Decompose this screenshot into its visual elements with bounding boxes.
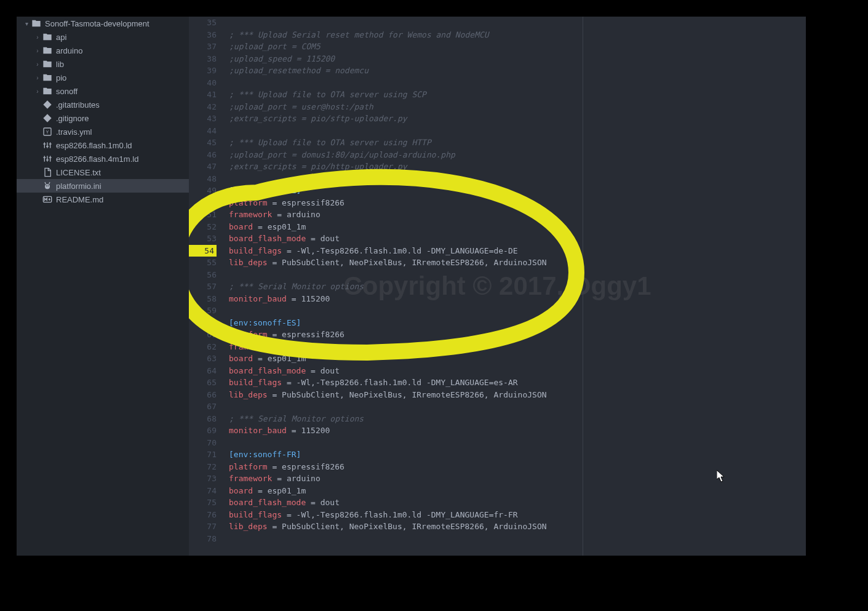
code-line[interactable]: monitor_baud = 115200: [229, 425, 806, 437]
tree-item-label: pio: [56, 73, 66, 82]
tree-file[interactable]: .gitignore: [17, 111, 189, 125]
code-line[interactable]: board = esp01_1m: [229, 221, 806, 233]
code-line[interactable]: ; *** Upload Serial reset method for Wem…: [229, 29, 806, 41]
folder-icon: [42, 59, 52, 69]
tree-file[interactable]: esp8266.flash.4m1m.ld: [17, 152, 189, 166]
ide-window: ▾ Sonoff-Tasmota-development ›api›arduin…: [17, 17, 806, 556]
code-line[interactable]: board_flash_mode = dout: [229, 365, 806, 377]
code-line[interactable]: ; *** Upload file to OTA server using HT…: [229, 137, 806, 149]
tree-item-label: esp8266.flash.4m1m.ld: [56, 154, 138, 164]
minimap[interactable]: [751, 17, 806, 556]
code-line[interactable]: [env:sonoff-ES]: [229, 317, 806, 329]
chevron-right-icon: ›: [34, 61, 41, 68]
tree-root-label: Sonoff-Tasmota-development: [45, 19, 149, 28]
project-tree[interactable]: ▾ Sonoff-Tasmota-development ›api›arduin…: [17, 17, 189, 556]
tree-folder-pio[interactable]: ›pio: [17, 71, 189, 84]
tree-file[interactable]: README.md: [17, 193, 189, 206]
mouse-cursor-icon: [717, 470, 725, 482]
code-line[interactable]: ;upload_resetmethod = nodemcu: [229, 65, 806, 77]
code-line[interactable]: lib_deps = PubSubClient, NeoPixelBus, IR…: [229, 257, 806, 269]
file-icon: Y: [42, 127, 52, 137]
tree-item-label: api: [56, 33, 66, 42]
code-line[interactable]: [229, 533, 806, 545]
code-line[interactable]: board = esp01_1m: [229, 353, 806, 365]
folder-icon: [42, 73, 52, 82]
code-line[interactable]: ;extra_scripts = pio/sftp-uploader.py: [229, 113, 806, 125]
svg-rect-13: [49, 157, 52, 158]
tree-folder-api[interactable]: ›api: [17, 30, 189, 44]
code-line[interactable]: build_flags = -Wl,-Tesp8266.flash.1m0.ld…: [229, 377, 806, 389]
chevron-right-icon: ›: [34, 47, 41, 54]
code-line[interactable]: board_flash_mode = dout: [229, 497, 806, 509]
svg-rect-10: [50, 156, 50, 161]
chevron-right-icon: ›: [34, 88, 41, 95]
file-icon: [42, 100, 52, 110]
code-line[interactable]: [229, 173, 806, 185]
code-line[interactable]: ; *** Serial Monitor options: [229, 281, 806, 293]
tree-item-label: sonoff: [56, 87, 78, 96]
code-line[interactable]: monitor_baud = 115200: [229, 293, 806, 305]
file-icon: [42, 154, 52, 164]
code-editor[interactable]: Copyright © 2017, Oggy1 3536373839404142…: [189, 17, 806, 556]
code-line[interactable]: ; *** Upload file to OTA server using SC…: [229, 89, 806, 101]
file-icon: [42, 113, 52, 123]
chevron-down-icon: ▾: [23, 20, 30, 27]
code-line[interactable]: platform = espressif8266: [229, 197, 806, 209]
code-line[interactable]: [229, 125, 806, 137]
code-line[interactable]: board_flash_mode = dout: [229, 233, 806, 245]
code-line[interactable]: [229, 437, 806, 449]
tree-file[interactable]: esp8266.flash.1m0.ld: [17, 138, 189, 152]
code-line[interactable]: ;extra_scripts = pio/http-uploader.py: [229, 161, 806, 173]
tree-item-label: .travis.yml: [56, 127, 92, 137]
svg-rect-5: [43, 143, 46, 144]
code-line[interactable]: lib_deps = PubSubClient, NeoPixelBus, IR…: [229, 389, 806, 401]
code-line[interactable]: ;upload_port = domus1:80/api/upload-ardu…: [229, 149, 806, 161]
tree-item-label: README.md: [56, 195, 103, 204]
svg-rect-4: [50, 142, 50, 148]
svg-rect-2: [44, 142, 45, 148]
code-line[interactable]: platform = espressif8266: [229, 329, 806, 341]
code-line[interactable]: lib_deps = PubSubClient, NeoPixelBus, IR…: [229, 521, 806, 533]
code-line[interactable]: [229, 269, 806, 281]
line-gutter: 3536373839404142434445464748495051525354…: [189, 17, 223, 545]
code-line[interactable]: framework = arduino: [229, 209, 806, 221]
tree-file[interactable]: Y.travis.yml: [17, 125, 189, 138]
tree-root[interactable]: ▾ Sonoff-Tasmota-development: [17, 17, 189, 30]
code-line[interactable]: [env:sonoff-DE]: [229, 185, 806, 197]
code-line[interactable]: [229, 17, 806, 29]
svg-rect-11: [43, 157, 46, 158]
tree-file[interactable]: .gitattributes: [17, 98, 189, 111]
tree-folder-lib[interactable]: ›lib: [17, 57, 189, 71]
svg-text:Y: Y: [46, 130, 49, 134]
svg-rect-3: [47, 142, 47, 148]
code-line[interactable]: build_flags = -Wl,-Tesp8266.flash.1m0.ld…: [229, 245, 806, 257]
file-icon: [42, 140, 52, 150]
code-line[interactable]: [env:sonoff-FR]: [229, 449, 806, 461]
svg-point-16: [47, 185, 49, 186]
code-line[interactable]: ;upload_port = COM5: [229, 41, 806, 53]
code-line[interactable]: [229, 305, 806, 317]
code-line[interactable]: [229, 77, 806, 89]
tree-file[interactable]: platformio.ini: [17, 179, 189, 193]
code-lines[interactable]: ; *** Upload Serial reset method for Wem…: [229, 17, 806, 545]
folder-icon: [31, 18, 41, 28]
code-line[interactable]: build_flags = -Wl,-Tesp8266.flash.1m0.ld…: [229, 509, 806, 521]
svg-rect-7: [49, 143, 52, 144]
code-line[interactable]: ;upload_speed = 115200: [229, 53, 806, 65]
tree-folder-sonoff[interactable]: ›sonoff: [17, 84, 189, 98]
svg-point-14: [45, 184, 50, 189]
tree-item-label: platformio.ini: [56, 182, 102, 191]
folder-icon: [42, 32, 52, 42]
tree-file[interactable]: LICENSE.txt: [17, 166, 189, 179]
code-line[interactable]: framework = arduino: [229, 341, 806, 353]
tree-folder-arduino[interactable]: ›arduino: [17, 44, 189, 57]
code-line[interactable]: ; *** Serial Monitor options: [229, 413, 806, 425]
code-line[interactable]: board = esp01_1m: [229, 485, 806, 497]
tree-item-label: .gitattributes: [56, 100, 100, 110]
svg-point-15: [46, 185, 47, 186]
code-line[interactable]: ;upload_port = user@host:/path: [229, 101, 806, 113]
chevron-right-icon: ›: [34, 34, 41, 41]
tree-item-label: esp8266.flash.1m0.ld: [56, 141, 132, 150]
code-line[interactable]: [229, 401, 806, 413]
svg-rect-6: [46, 146, 49, 146]
